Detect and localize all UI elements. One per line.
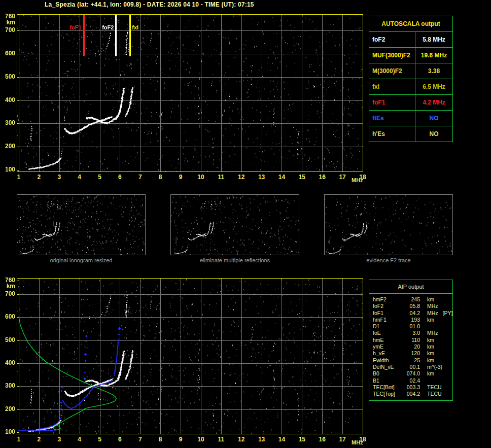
x-tick-label: 10 — [195, 174, 207, 181]
x-axis-unit-label: MHz — [352, 439, 363, 445]
caption-original-ionogram: original ionogram resized — [30, 257, 132, 263]
x-tick-label: 1 — [13, 174, 25, 181]
x-tick-label: 5 — [94, 436, 106, 443]
aip-row-value: 245 — [402, 296, 420, 303]
x-tick-label: 8 — [154, 174, 166, 181]
aip-table-row: TEC[Top]004.2TECU — [373, 391, 452, 397]
aip-row-label: Ewidth — [373, 357, 402, 364]
x-tick-label: 11 — [215, 174, 227, 181]
x-tick-label: 17 — [336, 436, 348, 443]
autoscala-table-row: M(3000)F23.38 — [369, 63, 452, 79]
autoscala-table-row: ftEsNO — [369, 110, 452, 126]
autoscala-row-label: h'Es — [369, 126, 415, 142]
aip-row-unit: MHz — [427, 330, 438, 336]
aip-table-row: Ewidth25km — [373, 357, 452, 364]
aip-row-label: B1 — [373, 377, 402, 384]
aip-row-unit: km — [427, 350, 434, 357]
autoscala-row-value: NO — [415, 111, 452, 126]
aip-row-value: 05.8 — [402, 303, 420, 309]
y-axis-unit-label: km — [1, 283, 15, 290]
y-tick-label: 700 — [1, 27, 15, 33]
autoscala-row-value: 5.8 MHz — [415, 32, 452, 47]
aip-table-row: foF104.2MHz[PY] — [373, 310, 452, 317]
x-tick-label: 6 — [114, 436, 126, 443]
autoscala-table-header: AUTOSCALA output — [369, 16, 452, 31]
aip-table-row: hmF2245km — [373, 296, 452, 303]
bottom-ionogram-canvas — [17, 278, 363, 434]
caption-eliminate-reflections: eliminate multiple reflections — [184, 257, 286, 263]
aip-row-unit: km — [427, 357, 434, 364]
autoscala-row-label: ftEs — [369, 111, 415, 126]
autoscala-table-row: fxI6.5 MHz — [369, 79, 452, 94]
y-tick-label: 200 — [1, 406, 15, 412]
x-tick-label: 14 — [275, 174, 288, 181]
autoscala-row-value: 6.5 MHz — [415, 79, 452, 94]
x-tick-label: 7 — [134, 436, 146, 443]
autoscala-row-label: foF2 — [369, 32, 415, 47]
autoscala-row-value: NO — [415, 126, 452, 142]
y-tick-label: 600 — [1, 50, 15, 57]
aip-table-header: AIP output — [369, 280, 452, 294]
x-tick-label: 13 — [256, 436, 268, 443]
autoscala-table-row: foF25.8 MHz — [369, 31, 452, 47]
x-tick-label: 5 — [94, 174, 106, 181]
caption-evidence-f2-trace: evidence F2 trace — [338, 257, 439, 263]
autoscala-output-table: AUTOSCALA output foF25.8 MHzMUF(3000)F21… — [369, 16, 453, 142]
aip-table-row: ymE20km — [373, 343, 452, 350]
autoscala-row-label: M(3000)F2 — [369, 63, 415, 79]
aip-row-label: hmE — [373, 337, 402, 343]
aip-table-row: hmE110km — [373, 337, 452, 343]
autoscala-screen: La_Spezia (lat: +44.1, lon: 009.8) - DAT… — [0, 0, 491, 448]
x-tick-label: 7 — [134, 174, 146, 181]
y-tick-label: 400 — [1, 360, 15, 366]
marker-label-foF2: foF2 — [96, 24, 114, 30]
aip-table-row: TEC[Bot]003.3TECU — [373, 384, 452, 391]
autoscala-row-label: fxI — [369, 79, 415, 94]
aip-table-row: hmF1193km — [373, 317, 452, 323]
x-tick-label: 4 — [74, 436, 86, 443]
top-ionogram-canvas — [17, 14, 363, 172]
station-title: La_Spezia (lat: +44.1, lon: 009.8) - DAT… — [45, 1, 254, 8]
aip-row-unit: MHz — [427, 303, 438, 309]
x-tick-label: 8 — [154, 436, 166, 443]
aip-row-unit: km — [427, 337, 434, 343]
aip-row-value: 3.0 — [402, 330, 420, 336]
x-tick-label: 13 — [256, 174, 268, 181]
y-tick-label: 600 — [1, 314, 15, 320]
aip-row-unit: TECU — [427, 384, 442, 391]
aip-row-value: 003.3 — [402, 384, 420, 391]
autoscala-row-label: MUF(3000)F2 — [369, 48, 415, 63]
aip-row-value: 20 — [402, 343, 420, 350]
aip-table-row: DelN_vE00.1m^(-3) — [373, 364, 452, 370]
aip-row-label: D1 — [373, 323, 402, 330]
aip-row-unit: km — [427, 370, 434, 377]
y-axis-unit-label: km — [1, 19, 15, 26]
x-tick-label: 12 — [235, 436, 248, 443]
y-tick-label: 100 — [1, 166, 15, 173]
aip-output-table: AIP output hmF2245kmfoF205.8MHzfoF104.2M… — [369, 280, 453, 401]
aip-row-label: TEC[Bot] — [373, 384, 402, 391]
aip-row-label: B0 — [373, 370, 402, 377]
aip-row-label: hmF2 — [373, 296, 402, 303]
autoscala-row-value: 19.6 MHz — [415, 48, 452, 63]
aip-table-row: B102.4 — [373, 377, 452, 384]
x-tick-label: 3 — [53, 436, 65, 443]
aip-row-value: 02.4 — [402, 377, 420, 384]
x-tick-label: 15 — [296, 174, 308, 181]
x-tick-label: 17 — [336, 174, 348, 181]
aip-row-value: 04.2 — [402, 310, 420, 317]
aip-row-value: 193 — [402, 317, 420, 323]
aip-row-value: 004.2 — [402, 391, 420, 397]
aip-table-row: h_vE120km — [373, 350, 452, 357]
marker-label-fxI: fxI — [132, 24, 147, 30]
aip-row-value: 110 — [402, 337, 420, 343]
panel-eliminate-reflections-canvas — [170, 194, 299, 255]
autoscala-row-value: 3.38 — [415, 63, 452, 79]
aip-row-label: TEC[Top] — [373, 391, 402, 397]
autoscala-table-row: h'EsNO — [369, 126, 452, 142]
aip-row-value: 25 — [402, 357, 420, 364]
panel-evidence-f2-canvas — [324, 194, 453, 255]
aip-row-label: hmF1 — [373, 317, 402, 323]
aip-table-row: D101.0 — [373, 323, 452, 330]
x-tick-label: 6 — [114, 174, 126, 181]
